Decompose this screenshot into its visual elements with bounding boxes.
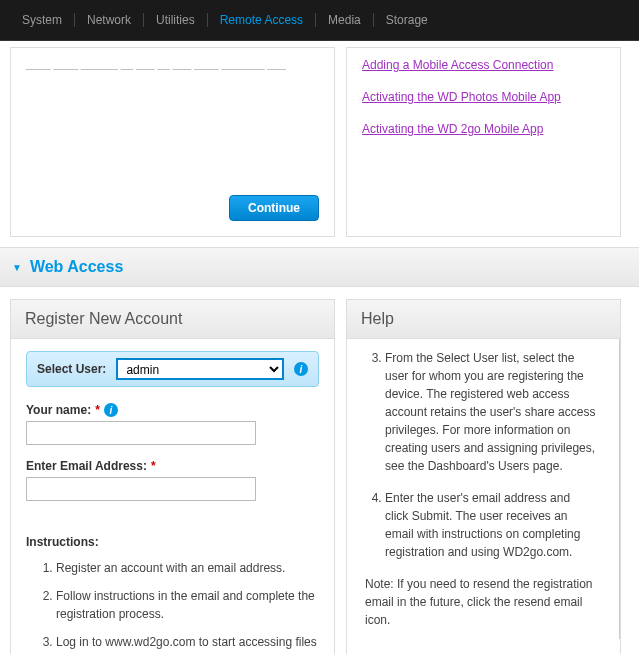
instruction-item: Register an account with an email addres… <box>56 559 319 577</box>
nav-remote-access[interactable]: Remote Access <box>208 13 316 27</box>
help-item: Enter the user's email address and click… <box>385 489 596 561</box>
help-note: Note: If you need to resend the registra… <box>365 575 596 629</box>
info-icon[interactable]: i <box>294 362 308 376</box>
email-input[interactable] <box>26 477 256 501</box>
your-name-label: Your name: * i <box>26 403 319 417</box>
nav-storage[interactable]: Storage <box>374 13 440 27</box>
help-scrollbar[interactable]: ▲ ▼ <box>619 339 620 639</box>
register-panel: Register New Account Select User: admin … <box>10 299 335 654</box>
link-adding-mobile-access[interactable]: Adding a Mobile Access Connection <box>362 58 605 72</box>
section-title: Web Access <box>30 258 123 276</box>
mobile-access-panel: ____ ____ ______ __ ___ __ ___ ____ ____… <box>10 47 335 237</box>
nav-system[interactable]: System <box>10 13 75 27</box>
link-activating-wd-2go[interactable]: Activating the WD 2go Mobile App <box>362 122 605 136</box>
web-access-section-header[interactable]: ▼ Web Access <box>0 247 639 287</box>
truncated-text: ____ ____ ______ __ ___ __ ___ ____ ____… <box>26 58 319 70</box>
instructions-heading: Instructions: <box>26 535 319 549</box>
mobile-links-panel: Adding a Mobile Access Connection Activa… <box>346 47 621 237</box>
help-panel: Help From the Select User list, select t… <box>346 299 621 654</box>
instructions-list: Register an account with an email addres… <box>56 559 319 654</box>
help-item: From the Select User list, select the us… <box>385 349 596 475</box>
your-name-input[interactable] <box>26 421 256 445</box>
select-user-dropdown[interactable]: admin <box>116 358 284 380</box>
instruction-item: Follow instructions in the email and com… <box>56 587 319 623</box>
chevron-down-icon: ▼ <box>12 262 22 273</box>
nav-network[interactable]: Network <box>75 13 144 27</box>
register-title: Register New Account <box>11 300 334 339</box>
select-user-label: Select User: <box>37 362 106 376</box>
info-icon[interactable]: i <box>104 403 118 417</box>
nav-utilities[interactable]: Utilities <box>144 13 208 27</box>
instruction-item: Log in to www.wd2go.com to start accessi… <box>56 633 319 654</box>
continue-button[interactable]: Continue <box>229 195 319 221</box>
select-user-row: Select User: admin i <box>26 351 319 387</box>
help-list: From the Select User list, select the us… <box>385 349 596 561</box>
nav-media[interactable]: Media <box>316 13 374 27</box>
help-title: Help <box>347 300 620 339</box>
link-activating-wd-photos[interactable]: Activating the WD Photos Mobile App <box>362 90 605 104</box>
top-navigation: System Network Utilities Remote Access M… <box>0 0 639 41</box>
email-label: Enter Email Address: * <box>26 459 319 473</box>
